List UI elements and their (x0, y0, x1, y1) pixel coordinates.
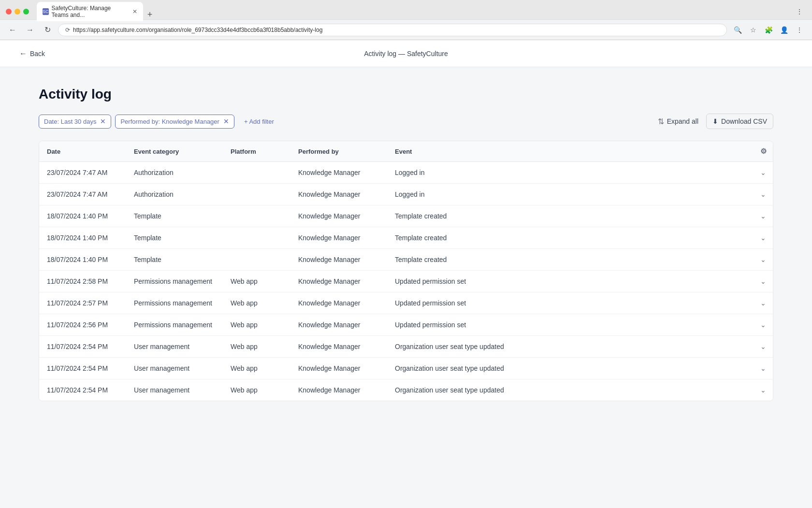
row-3-platform (223, 231, 290, 245)
row-1-platform (223, 188, 290, 201)
row-7-expand[interactable]: ⌄ (754, 314, 773, 335)
browser-tab[interactable]: SC SafetyCulture: Manage Teams and... ✕ (37, 2, 143, 21)
table-row[interactable]: 18/07/2024 1:40 PMTemplateKnowledge Mana… (39, 205, 773, 227)
row-3-event-category: Template (126, 227, 223, 248)
row-3-event: Template created (387, 227, 754, 248)
reload-nav-button[interactable]: ↻ (41, 23, 54, 37)
row-2-date: 18/07/2024 1:40 PM (39, 205, 126, 227)
row-2-performed-by: Knowledge Manager (290, 205, 387, 227)
row-9-expand[interactable]: ⌄ (754, 358, 773, 379)
row-4-expand[interactable]: ⌄ (754, 249, 773, 270)
filter-performed-label: Performed by: Knowledge Manager (120, 118, 219, 125)
row-6-event-category: Permissions management (126, 292, 223, 314)
row-7-event: Updated permission set (387, 314, 754, 335)
filter-chip-date[interactable]: Date: Last 30 days ✕ (39, 115, 111, 129)
table-row[interactable]: 11/07/2024 2:54 PMUser managementWeb app… (39, 358, 773, 379)
row-2-event-category: Template (126, 205, 223, 227)
extensions-icon[interactable]: 🧩 (762, 23, 775, 37)
row-4-event: Template created (387, 249, 754, 270)
table-row[interactable]: 18/07/2024 1:40 PMTemplateKnowledge Mana… (39, 249, 773, 271)
new-tab-button[interactable]: + (143, 8, 157, 21)
chevron-down-icon: ⌄ (760, 343, 766, 350)
row-1-expand[interactable]: ⌄ (754, 184, 773, 205)
chevron-down-icon: ⌄ (760, 364, 766, 372)
address-bar[interactable]: ⟳ https://app.safetyculture.com/organisa… (58, 24, 727, 36)
browser-toolbar: ← → ↻ ⟳ https://app.safetyculture.com/or… (0, 19, 812, 40)
gear-icon[interactable]: ⚙ (760, 147, 767, 156)
row-5-event: Updated permission set (387, 271, 754, 292)
dot-yellow[interactable] (14, 9, 20, 15)
download-csv-label: Download CSV (721, 117, 767, 125)
row-10-performed-by: Knowledge Manager (290, 379, 387, 401)
back-button[interactable]: ← Back (19, 49, 45, 58)
row-1-date: 23/07/2024 7:47 AM (39, 184, 126, 205)
download-icon: ⬇ (712, 117, 718, 125)
chevron-down-icon: ⌄ (760, 234, 766, 242)
table-row[interactable]: 11/07/2024 2:56 PMPermissions management… (39, 314, 773, 336)
row-0-expand[interactable]: ⌄ (754, 162, 773, 183)
row-6-event: Updated permission set (387, 292, 754, 314)
filter-chip-performed-by[interactable]: Performed by: Knowledge Manager ✕ (115, 115, 234, 129)
page-header: ← Back Activity log — SafetyCulture (0, 40, 812, 67)
row-10-expand[interactable]: ⌄ (754, 379, 773, 401)
toolbar-actions: ⇅ Expand all ⬇ Download CSV (658, 114, 773, 129)
table-row[interactable]: 11/07/2024 2:57 PMPermissions management… (39, 292, 773, 314)
table-row[interactable]: 23/07/2024 7:47 AMAuthorizationKnowledge… (39, 184, 773, 205)
table-row[interactable]: 11/07/2024 2:54 PMUser managementWeb app… (39, 336, 773, 358)
add-filter-button[interactable]: + Add filter (240, 115, 278, 128)
filter-toolbar: Date: Last 30 days ✕ Performed by: Knowl… (39, 114, 773, 129)
row-2-expand[interactable]: ⌄ (754, 205, 773, 227)
dot-red[interactable] (6, 9, 12, 15)
filter-date-close-icon[interactable]: ✕ (100, 118, 106, 125)
filter-performed-close-icon[interactable]: ✕ (223, 118, 229, 125)
row-8-expand[interactable]: ⌄ (754, 336, 773, 357)
row-5-event-category: Permissions management (126, 271, 223, 292)
chevron-down-icon: ⌄ (760, 256, 766, 263)
expand-all-label: Expand all (667, 117, 698, 125)
forward-nav-button[interactable]: → (23, 23, 37, 37)
expand-all-button[interactable]: ⇅ Expand all (658, 117, 698, 126)
browser-actions: 🔍 ☆ 🧩 👤 ⋮ (731, 23, 806, 37)
tab-close-icon[interactable]: ✕ (132, 8, 137, 15)
chevron-down-icon: ⌄ (760, 321, 766, 329)
row-4-performed-by: Knowledge Manager (290, 249, 387, 270)
profile-icon[interactable]: 👤 (777, 23, 791, 37)
browser-overflow-icon[interactable]: ⋮ (793, 23, 806, 37)
row-10-event: Organization user seat type updated (387, 379, 754, 401)
row-0-performed-by: Knowledge Manager (290, 162, 387, 183)
row-1-performed-by: Knowledge Manager (290, 184, 387, 205)
row-8-event-category: User management (126, 336, 223, 357)
row-5-expand[interactable]: ⌄ (754, 271, 773, 292)
browser-titlebar: SC SafetyCulture: Manage Teams and... ✕ … (0, 0, 812, 19)
row-5-performed-by: Knowledge Manager (290, 271, 387, 292)
row-9-platform: Web app (223, 358, 290, 379)
back-nav-button[interactable]: ← (6, 23, 19, 37)
page-content: Activity log Date: Last 30 days ✕ Perfor… (0, 67, 812, 508)
row-7-platform: Web app (223, 314, 290, 335)
row-3-expand[interactable]: ⌄ (754, 227, 773, 248)
row-6-expand[interactable]: ⌄ (754, 292, 773, 314)
row-0-event: Logged in (387, 162, 754, 183)
browser-menu-icon[interactable]: ⋮ (793, 5, 806, 18)
table-row[interactable]: 11/07/2024 2:54 PMUser managementWeb app… (39, 379, 773, 401)
tab-favicon: SC (43, 8, 49, 15)
zoom-icon[interactable]: 🔍 (731, 23, 744, 37)
row-0-platform (223, 166, 290, 179)
row-7-performed-by: Knowledge Manager (290, 314, 387, 335)
bookmark-icon[interactable]: ☆ (746, 23, 760, 37)
dot-green[interactable] (23, 9, 29, 15)
row-2-platform (223, 209, 290, 223)
table-row[interactable]: 11/07/2024 2:58 PMPermissions management… (39, 271, 773, 292)
download-csv-button[interactable]: ⬇ Download CSV (706, 114, 773, 129)
chevron-down-icon: ⌄ (760, 169, 766, 176)
address-bar-lock-icon: ⟳ (65, 27, 70, 33)
table-row[interactable]: 18/07/2024 1:40 PMTemplateKnowledge Mana… (39, 227, 773, 249)
row-2-event: Template created (387, 205, 754, 227)
row-0-date: 23/07/2024 7:47 AM (39, 162, 126, 183)
row-5-platform: Web app (223, 271, 290, 292)
chevron-down-icon: ⌄ (760, 190, 766, 198)
row-10-platform: Web app (223, 379, 290, 401)
table-header: Date Event category Platform Performed b… (39, 141, 773, 162)
table-row[interactable]: 23/07/2024 7:47 AMAuthorizationKnowledge… (39, 162, 773, 184)
header-gear[interactable]: ⚙ (754, 141, 773, 161)
